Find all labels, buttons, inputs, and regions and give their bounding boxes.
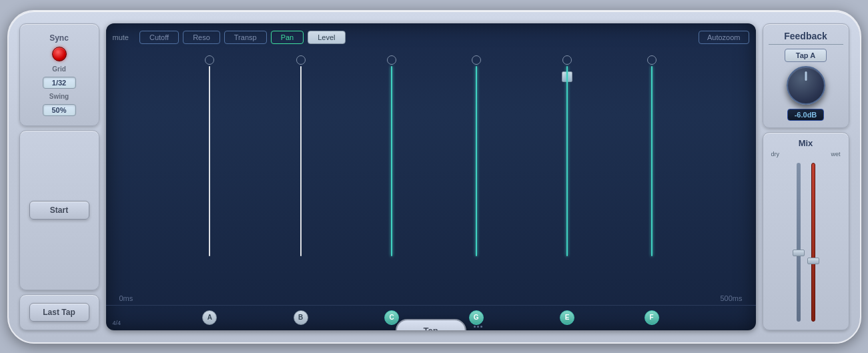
mix-labels: dry wet: [769, 151, 843, 157]
sync-label: Sync: [49, 33, 69, 43]
dry-slider-track[interactable]: [797, 163, 801, 322]
feedback-section: Feedback Tap A -6.0dB: [763, 23, 849, 128]
grid-label: Grid: [52, 65, 66, 73]
right-panel: Feedback Tap A -6.0dB Mix dry wet: [763, 23, 849, 330]
feedback-knob[interactable]: [787, 66, 825, 105]
mix-sliders: [791, 160, 821, 324]
tap-circle-a: [205, 55, 214, 65]
grid-value[interactable]: 1/32: [43, 77, 76, 89]
beat-indicator: 4/4: [113, 320, 121, 326]
sequencer-area: 0ms 500ms: [106, 51, 756, 305]
tap-marker-e[interactable]: E: [560, 310, 574, 325]
tap-line-b: [300, 66, 302, 256]
tap-line-g: [476, 66, 477, 256]
tab-transp[interactable]: Transp: [224, 31, 267, 44]
lasttap-button[interactable]: Last Tap: [29, 303, 89, 322]
tab-level[interactable]: Level: [308, 31, 345, 44]
tap-circle-f: [647, 55, 657, 65]
tap-line-e: [566, 66, 568, 256]
tab-pan[interactable]: Pan: [271, 31, 304, 44]
mix-section: Mix dry wet: [763, 132, 849, 330]
lasttap-section: Last Tap: [19, 294, 99, 330]
tap-button-container: Tap: [395, 319, 466, 330]
tap-button[interactable]: Tap: [395, 319, 466, 330]
sync-led[interactable]: [52, 47, 67, 61]
tap-circle-g: [472, 55, 481, 65]
dry-slider-thumb[interactable]: [793, 250, 805, 256]
tap-line-f: [651, 66, 653, 256]
tap-line-a: [209, 66, 210, 256]
autozoom-button[interactable]: Autozoom: [699, 31, 749, 44]
dry-label: dry: [771, 151, 780, 157]
mute-label: mute: [113, 33, 129, 41]
wet-slider-container: [811, 163, 815, 322]
time-start-label: 0ms: [119, 294, 133, 302]
mix-label: Mix: [799, 138, 813, 148]
feedback-label: Feedback: [769, 31, 843, 45]
main-display: mute Cutoff Reso Transp Pan Level Autozo…: [106, 23, 756, 330]
display-header: mute Cutoff Reso Transp Pan Level Autozo…: [106, 23, 756, 51]
tap-marker-a[interactable]: A: [202, 310, 217, 325]
feedback-db-display: -6.0dB: [787, 109, 825, 121]
wet-label: wet: [831, 151, 840, 157]
tab-reso[interactable]: Reso: [183, 31, 220, 44]
swing-value[interactable]: 50%: [43, 104, 76, 116]
sync-section: Sync Grid 1/32 Swing 50%: [19, 23, 99, 126]
swing-label: Swing: [49, 93, 69, 100]
tap-circle-e: [562, 55, 572, 65]
time-end-label: 500ms: [720, 294, 742, 302]
start-button[interactable]: Start: [29, 201, 89, 220]
start-section: Start: [19, 130, 99, 290]
device-body: Sync Grid 1/32 Swing 50% Start Last Tap …: [7, 10, 861, 344]
wet-slider-track[interactable]: [811, 163, 815, 322]
wet-slider-thumb[interactable]: [807, 258, 819, 264]
left-panel: Sync Grid 1/32 Swing 50% Start Last Tap: [19, 23, 99, 330]
tap-marker-b[interactable]: B: [294, 310, 308, 325]
tab-cutoff[interactable]: Cutoff: [139, 31, 179, 44]
tap-line-c: [391, 66, 392, 256]
tap-marker-g[interactable]: G: [469, 310, 484, 325]
tap-circle-b: [296, 55, 306, 65]
tap-marker-f[interactable]: F: [644, 310, 659, 325]
g-dots: [474, 326, 482, 328]
tap-selector[interactable]: Tap A: [785, 49, 827, 62]
tap-circle-c: [387, 55, 396, 65]
knob-indicator: [805, 71, 807, 81]
dry-slider-container: [797, 163, 801, 322]
